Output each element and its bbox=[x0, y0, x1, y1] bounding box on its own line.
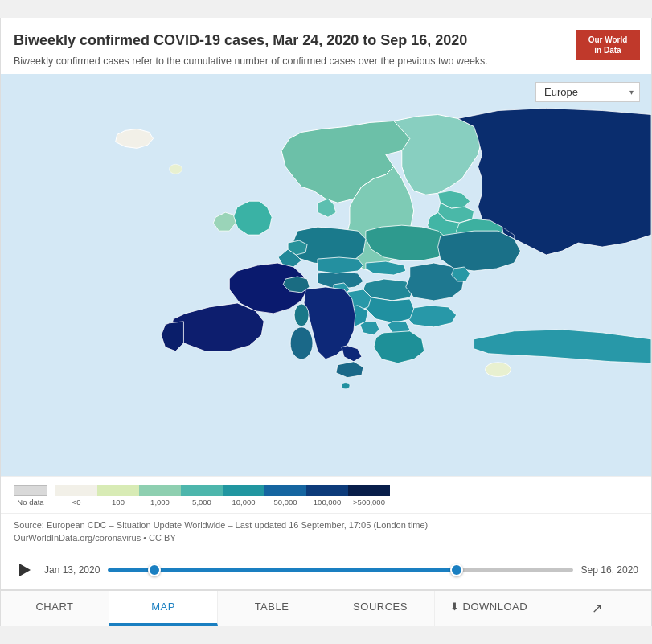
legend-label-0: <0 bbox=[72, 498, 81, 507]
legend-color-3 bbox=[181, 485, 223, 496]
legend-color-0 bbox=[55, 485, 97, 496]
chart-subtitle: Biweekly confirmed cases refer to the cu… bbox=[14, 55, 512, 69]
timeline-slider[interactable] bbox=[108, 562, 572, 578]
logo-line2: in Data bbox=[582, 45, 634, 55]
legend-color-5 bbox=[264, 485, 306, 496]
no-data-label: No data bbox=[17, 498, 43, 507]
owid-logo: Our World in Data bbox=[576, 30, 640, 60]
legend-section: No data <0 100 1,000 5,000 10,000 50,000 bbox=[1, 476, 651, 513]
source-text: Source: European CDC – Situation Update … bbox=[14, 519, 638, 545]
legend-item-7: >500,000 bbox=[348, 485, 390, 507]
svg-point-5 bbox=[486, 363, 511, 377]
europe-map bbox=[1, 74, 651, 476]
legend-label-7: >500,000 bbox=[353, 498, 385, 507]
header: Biweekly confirmed COVID-19 cases, Mar 2… bbox=[1, 18, 651, 74]
legend-item-1: 100 bbox=[97, 485, 139, 507]
tab-share[interactable]: ↗ bbox=[543, 591, 651, 626]
region-select[interactable]: WorldEuropeAsiaAfricaNorth AmericaSouth … bbox=[535, 82, 640, 102]
map-section: WorldEuropeAsiaAfricaNorth AmericaSouth … bbox=[1, 74, 651, 476]
play-icon bbox=[19, 564, 31, 576]
tab-sources[interactable]: SOURCES bbox=[326, 591, 435, 626]
source-section: Source: European CDC – Situation Update … bbox=[1, 513, 651, 552]
chart-container: Biweekly confirmed COVID-19 cases, Mar 2… bbox=[0, 18, 652, 626]
chart-title: Biweekly confirmed COVID-19 cases, Mar 2… bbox=[14, 31, 480, 50]
legend-color-1 bbox=[97, 485, 139, 496]
tabs-section: CHART MAP TABLE SOURCES ⬇ DOWNLOAD ↗ bbox=[1, 589, 651, 626]
legend-item-4: 10,000 bbox=[223, 485, 264, 507]
slider-track bbox=[108, 568, 572, 572]
legend-color-2 bbox=[139, 485, 181, 496]
svg-point-2 bbox=[290, 327, 313, 359]
legend-item-3: 5,000 bbox=[181, 485, 223, 507]
tab-chart[interactable]: CHART bbox=[1, 591, 109, 626]
legend-label-4: 10,000 bbox=[232, 498, 255, 507]
timeline-section: Jan 13, 2020 Sep 16, 2020 bbox=[1, 552, 651, 589]
legend-item-0: <0 bbox=[55, 485, 97, 507]
region-dropdown-container[interactable]: WorldEuropeAsiaAfricaNorth AmericaSouth … bbox=[535, 82, 640, 102]
svg-point-3 bbox=[294, 304, 309, 326]
legend-color-6 bbox=[306, 485, 348, 496]
slider-thumb-start[interactable] bbox=[148, 564, 161, 576]
legend-item-6: 100,000 bbox=[306, 485, 348, 507]
legend-label-3: 5,000 bbox=[192, 498, 211, 507]
tab-download[interactable]: ⬇ DOWNLOAD bbox=[435, 591, 543, 626]
timeline-start-date: Jan 13, 2020 bbox=[44, 564, 100, 576]
share-icon: ↗ bbox=[592, 601, 603, 615]
timeline-end-date: Sep 16, 2020 bbox=[581, 564, 638, 576]
legend-no-data: No data bbox=[14, 485, 47, 507]
legend-colors: <0 100 1,000 5,000 10,000 50,000 100,000 bbox=[55, 485, 390, 507]
tab-table[interactable]: TABLE bbox=[218, 591, 326, 626]
legend-label-2: 1,000 bbox=[150, 498, 170, 507]
play-button[interactable] bbox=[14, 559, 36, 581]
svg-point-1 bbox=[169, 164, 182, 174]
legend-label-6: 100,000 bbox=[314, 498, 341, 507]
svg-point-4 bbox=[342, 383, 350, 389]
logo-line1: Our World bbox=[582, 35, 634, 45]
legend-color-4 bbox=[223, 485, 264, 496]
slider-thumb-end[interactable] bbox=[450, 564, 463, 576]
legend-item-2: 1,000 bbox=[139, 485, 181, 507]
legend-label-5: 50,000 bbox=[273, 498, 297, 507]
legend-item-5: 50,000 bbox=[264, 485, 306, 507]
tab-map[interactable]: MAP bbox=[109, 591, 218, 626]
legend-color-7 bbox=[348, 485, 390, 496]
legend-label-1: 100 bbox=[112, 498, 125, 507]
no-data-color bbox=[14, 485, 47, 496]
